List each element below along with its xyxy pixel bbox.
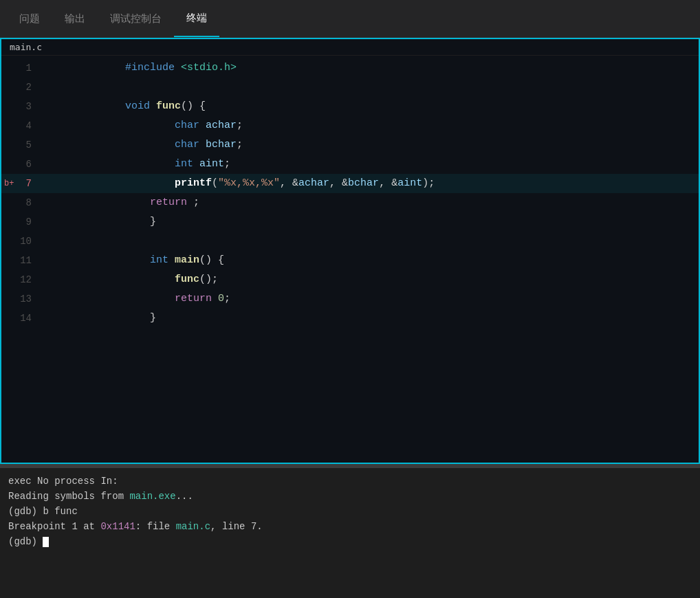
code-line-8: 8 return ; [1, 193, 699, 212]
code-area: 1 #include <stdio.h> 2 3 void func() { 4… [1, 56, 699, 331]
line-number-11: 11 [1, 251, 43, 270]
code-content-3: void func() { [43, 97, 206, 116]
code-content-8: return ; [43, 193, 199, 212]
code-line-5: 5 char bchar; [1, 135, 699, 155]
line-number-13: 13 [1, 289, 43, 309]
line-number-8: 8 [1, 193, 43, 212]
code-line-7: b+ 7 printf("%x,%x,%x", &achar, &bchar, … [1, 174, 699, 193]
code-editor: main.c 1 #include <stdio.h> 2 3 void fun… [0, 38, 700, 464]
line-number-14: 14 [1, 309, 43, 328]
terminal-output[interactable]: exec No process In: Reading symbols from… [0, 468, 700, 598]
code-line-12: 12 func(); [1, 270, 699, 289]
code-line-9: 9 } [1, 212, 699, 232]
code-line-13: 13 return 0; [1, 289, 699, 309]
line-number-12: 12 [1, 270, 43, 289]
line-number-2: 2 [1, 78, 43, 97]
code-content-1: #include <stdio.h> [43, 58, 237, 78]
tab-output[interactable]: 输出 [52, 0, 98, 37]
code-line-10: 10 [1, 232, 699, 251]
terminal-line-4: Breakpoint 1 at 0x1141: file main.c, lin… [8, 519, 692, 534]
code-line-11: 11 int main() { [1, 251, 699, 270]
code-line-3: 3 void func() { [1, 97, 699, 116]
code-line-6: 6 int aint; [1, 155, 699, 174]
code-line-4: 4 char achar; [1, 116, 699, 135]
code-content-12: func(); [43, 270, 218, 289]
editor-title: main.c [1, 39, 699, 56]
line-number-5: 5 [1, 135, 43, 155]
code-line-2: 2 [1, 78, 699, 97]
terminal-cursor [43, 537, 49, 547]
code-content-6: int aint; [43, 155, 230, 174]
terminal-line-5: (gdb) [8, 534, 692, 549]
line-number-1: 1 [1, 58, 43, 78]
breakpoint-marker: b+ [4, 174, 14, 193]
tab-bar: 问题 输出 调试控制台 终端 [0, 0, 700, 38]
terminal-line-3: (gdb) b func [8, 504, 692, 519]
tab-debug-console[interactable]: 调试控制台 [98, 0, 174, 37]
code-content-11: int main() { [43, 251, 224, 270]
tab-terminal[interactable]: 终端 [174, 0, 219, 37]
tab-problems[interactable]: 问题 [7, 0, 52, 37]
terminal-line-1: exec No process In: [8, 474, 692, 489]
code-content-7: printf("%x,%x,%x", &achar, &bchar, &aint… [43, 174, 435, 193]
line-number-9: 9 [1, 212, 43, 232]
line-number-10: 10 [1, 232, 43, 251]
code-content-5: char bchar; [43, 135, 243, 155]
terminal-line-2: Reading symbols from main.exe... [8, 489, 692, 504]
code-content-13: return 0; [43, 289, 230, 309]
line-number-6: 6 [1, 155, 43, 174]
line-number-3: 3 [1, 97, 43, 116]
code-content-9: } [43, 212, 156, 232]
code-content-14: } [43, 309, 156, 328]
line-number-4: 4 [1, 116, 43, 135]
line-number-7: b+ 7 [1, 174, 43, 193]
code-content-4: char achar; [43, 116, 243, 135]
code-line-1: 1 #include <stdio.h> [1, 58, 699, 78]
code-line-14: 14 } [1, 309, 699, 328]
